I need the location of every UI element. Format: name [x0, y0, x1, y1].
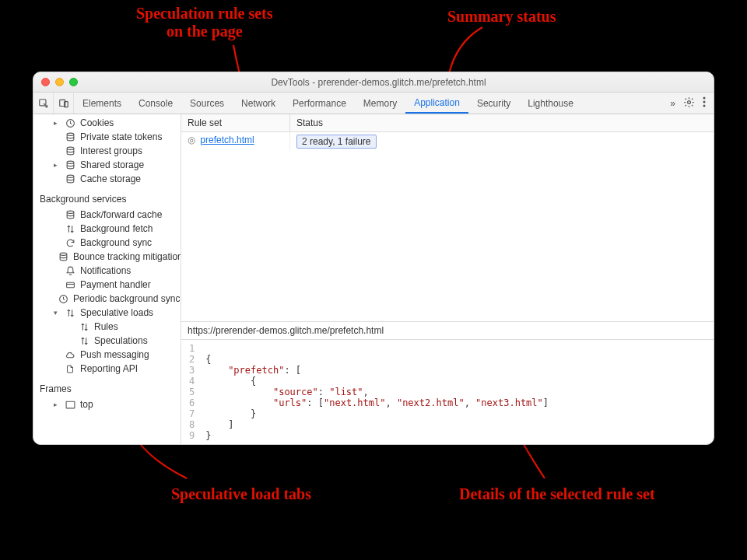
table-row[interactable]: ◎ prefetch.html 2 ready, 1 failure: [181, 132, 714, 151]
svg-point-6: [703, 105, 706, 107]
sidebar-item-label: Background fetch: [80, 223, 153, 234]
svg-point-3: [688, 100, 691, 103]
sidebar-item-cookies[interactable]: ▸Cookies: [33, 116, 181, 130]
frame-icon: [65, 399, 75, 410]
cloud-icon: [65, 349, 75, 360]
sidebar-item-label: Payment handler: [80, 279, 151, 290]
tab-performance[interactable]: Performance: [284, 93, 355, 114]
chevron-right-icon: ▸: [54, 119, 60, 127]
svg-rect-16: [66, 401, 75, 408]
chevron-right-icon: ▸: [54, 161, 60, 169]
sidebar-item-shared-storage[interactable]: ▸Shared storage: [33, 158, 181, 172]
inspect-icon[interactable]: [33, 93, 54, 114]
sidebar-item-bounce-tracking-mitigations[interactable]: Bounce tracking mitigations: [33, 250, 181, 264]
column-status-header[interactable]: Status: [290, 114, 714, 131]
ruleset-link[interactable]: prefetch.html: [200, 135, 254, 145]
card-icon: [65, 279, 75, 290]
tab-security[interactable]: Security: [468, 93, 519, 114]
tab-network[interactable]: Network: [233, 93, 284, 114]
svg-point-5: [703, 101, 706, 103]
db-icon: [65, 173, 75, 184]
tab-memory[interactable]: Memory: [355, 93, 405, 114]
db-icon: [65, 209, 75, 220]
panel-tabs: ElementsConsoleSourcesNetworkPerformance…: [74, 93, 582, 114]
zoom-icon[interactable]: [69, 78, 78, 86]
sidebar-item-background-sync[interactable]: Background sync: [33, 236, 181, 250]
db-icon: [65, 145, 75, 156]
close-icon[interactable]: [41, 78, 50, 86]
sidebar-item-reporting-api[interactable]: Reporting API: [33, 362, 181, 376]
sidebar-item-back-forward-cache[interactable]: Back/forward cache: [33, 208, 181, 222]
sidebar-item-speculations[interactable]: Speculations: [33, 334, 181, 348]
ruleset-table: Rule set Status ◎ prefetch.html 2 ready,…: [181, 114, 714, 322]
sidebar-item-background-fetch[interactable]: Background fetch: [33, 222, 181, 236]
sidebar-group-frames: Frames: [33, 376, 181, 397]
sidebar-item-top[interactable]: ▸top: [33, 397, 181, 411]
ruleset-url: https://prerender-demos.glitch.me/prefet…: [181, 322, 714, 340]
svg-point-13: [60, 253, 67, 255]
sidebar-item-label: Interest groups: [80, 145, 142, 156]
sidebar-group-background-services: Background services: [33, 186, 181, 208]
tab-console[interactable]: Console: [130, 93, 181, 114]
svg-point-10: [67, 161, 74, 163]
db-icon: [58, 251, 68, 262]
window-title: DevTools - prerender-demos.glitch.me/pre…: [90, 77, 706, 88]
main-panel: Rule set Status ◎ prefetch.html 2 ready,…: [181, 114, 714, 444]
tab-lighthouse[interactable]: Lighthouse: [519, 93, 582, 114]
sidebar-item-label: Shared storage: [80, 159, 144, 170]
svg-rect-14: [66, 282, 74, 288]
sidebar-item-periodic-background-sync[interactable]: Periodic background sync: [33, 292, 181, 306]
code-viewer: 1 2 3 4 5 6 7 8 9 { "prefetch": [ { "sou…: [181, 340, 714, 444]
devtools-window: DevTools - prerender-demos.glitch.me/pre…: [33, 72, 714, 445]
tabbar: ElementsConsoleSourcesNetworkPerformance…: [33, 93, 714, 114]
sidebar-item-label: Push messaging: [80, 349, 149, 360]
sidebar-item-speculative-loads[interactable]: ▾Speculative loads: [33, 306, 181, 320]
annotation-details: Details of the selected rule set: [459, 485, 655, 503]
svg-point-11: [67, 175, 74, 177]
chevron-right-icon: ▸: [54, 401, 60, 408]
status-badge[interactable]: 2 ready, 1 failure: [296, 135, 377, 149]
db-icon: [65, 131, 75, 142]
sidebar-item-rules[interactable]: Rules: [33, 320, 181, 334]
updown-icon: [79, 321, 89, 332]
sidebar-item-cache-storage[interactable]: Cache storage: [33, 172, 181, 186]
svg-point-4: [703, 97, 706, 100]
ruleset-source-icon: ◎: [188, 135, 195, 145]
sidebar-item-label: Cache storage: [80, 173, 141, 184]
doc-icon: [65, 363, 75, 374]
updown-icon: [65, 307, 75, 318]
sidebar-item-interest-groups[interactable]: Interest groups: [33, 144, 181, 158]
settings-icon[interactable]: [683, 96, 695, 110]
traffic-lights: [41, 78, 78, 86]
sidebar-item-payment-handler[interactable]: Payment handler: [33, 278, 181, 292]
clock-icon: [58, 293, 68, 304]
annotation-load-tabs: Speculative load tabs: [171, 485, 311, 503]
sidebar-item-label: Background sync: [80, 237, 152, 248]
sidebar-item-label: Speculative loads: [80, 307, 153, 318]
column-ruleset-header[interactable]: Rule set: [181, 114, 290, 131]
sidebar-item-label: Notifications: [80, 265, 131, 276]
kebab-icon[interactable]: [703, 96, 706, 110]
device-toggle-icon[interactable]: [54, 93, 74, 114]
tab-sources[interactable]: Sources: [181, 93, 233, 114]
clock-icon: [65, 117, 75, 128]
annotation-summary-status: Summary status: [447, 8, 556, 26]
svg-point-9: [67, 147, 74, 149]
sidebar-item-label: Rules: [94, 321, 118, 332]
sidebar-item-label: Reporting API: [80, 363, 138, 374]
sync-icon: [65, 237, 75, 248]
updown-icon: [65, 223, 75, 234]
tab-elements[interactable]: Elements: [74, 93, 130, 114]
sidebar: ▸CookiesPrivate state tokensInterest gro…: [33, 114, 181, 444]
sidebar-item-private-state-tokens[interactable]: Private state tokens: [33, 130, 181, 144]
more-tabs-icon[interactable]: »: [670, 98, 675, 109]
sidebar-item-label: Periodic background sync: [73, 293, 180, 304]
svg-point-12: [67, 211, 74, 213]
tab-application[interactable]: Application: [405, 93, 468, 114]
sidebar-item-push-messaging[interactable]: Push messaging: [33, 348, 181, 362]
sidebar-item-label: Cookies: [80, 117, 114, 128]
titlebar: DevTools - prerender-demos.glitch.me/pre…: [33, 72, 714, 93]
sidebar-item-notifications[interactable]: Notifications: [33, 264, 181, 278]
chevron-down-icon: ▾: [54, 309, 60, 317]
minimize-icon[interactable]: [55, 78, 64, 86]
